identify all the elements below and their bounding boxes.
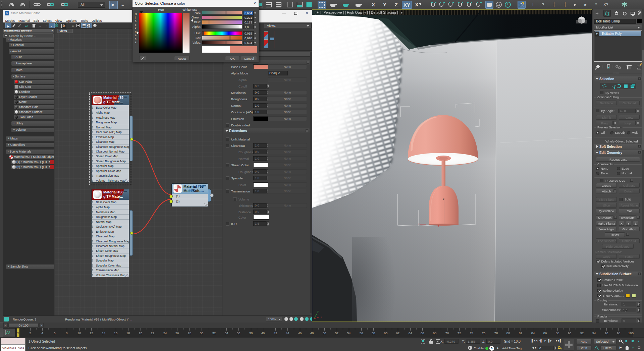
svg-text:z: z bbox=[443, 197, 444, 200]
svg-text:x: x bbox=[418, 223, 420, 226]
svg-text:x: x bbox=[321, 315, 322, 318]
svg-text:y: y bbox=[438, 224, 439, 227]
svg-text:y: y bbox=[317, 310, 319, 313]
